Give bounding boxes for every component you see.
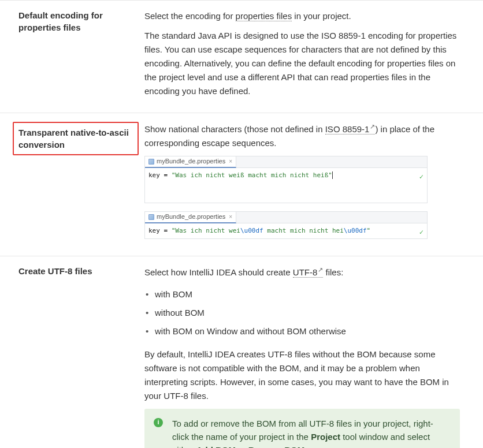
editor-body[interactable]: key = "Was ich nicht wei\u00df macht mic… xyxy=(145,223,427,238)
text: Select how IntelliJ IDEA should create xyxy=(144,267,293,277)
editor-tab-bar: myBundle_de.properties × xyxy=(145,156,427,168)
editor-tab-bar: myBundle_de.properties × xyxy=(145,212,427,223)
text: in your project. xyxy=(292,11,351,21)
editor-tab-label: myBundle_de.properties xyxy=(157,212,225,222)
row-title: Default encoding for properties files xyxy=(0,9,144,104)
properties-file-icon xyxy=(148,159,154,165)
link-text: ISO 8859-1 xyxy=(325,124,370,134)
editor-tab[interactable]: myBundle_de.properties × xyxy=(145,212,236,223)
check-icon: ✓ xyxy=(419,171,423,182)
paragraph: Select how IntelliJ IDEA should create U… xyxy=(144,265,460,279)
paragraph: Show national characters (those not defi… xyxy=(144,122,460,150)
row-create-utf8: Create UTF-8 files Select how IntelliJ I… xyxy=(0,256,483,448)
row-title: Transparent native-to-ascii conversion xyxy=(18,128,129,150)
tip-box: i To add or remove the BOM from all UTF-… xyxy=(144,409,460,448)
text: Show national characters (those not defi… xyxy=(144,124,325,134)
list-item: with BOM on Window and without BOM other… xyxy=(144,322,460,341)
code-key: key xyxy=(148,171,160,179)
utf8-options-list: with BOM without BOM with BOM on Window … xyxy=(144,285,460,341)
link-text: UTF-8 xyxy=(293,267,318,277)
code-eq: = xyxy=(160,171,172,179)
close-icon[interactable]: × xyxy=(229,157,232,166)
list-item: without BOM xyxy=(144,304,460,322)
paragraph: Select the encoding for properties files… xyxy=(144,9,460,23)
list-item: with BOM xyxy=(144,285,460,304)
properties-file-icon xyxy=(148,214,154,220)
bold-text: Remove BOM xyxy=(248,445,305,448)
code-eq: = xyxy=(160,227,172,234)
row-transparent-native-ascii: Transparent native-to-ascii conversion S… xyxy=(0,113,483,256)
code-string: "Was ich nicht wei xyxy=(172,227,240,234)
tip-text: To add or remove the BOM from all UTF-8 … xyxy=(172,417,449,448)
code-escape: \u00df xyxy=(240,227,263,234)
paragraph: By default, IntelliJ IDEA creates UTF-8 … xyxy=(144,348,460,403)
text: . xyxy=(304,445,307,448)
text: Select the encoding for xyxy=(144,11,236,21)
text-cursor xyxy=(332,171,333,179)
highlight-box: Transparent native-to-ascii conversion xyxy=(13,122,139,155)
code-string: "Was ich nicht weiß macht mich nicht hei… xyxy=(172,171,332,179)
row-default-encoding: Default encoding for properties files Se… xyxy=(0,0,483,113)
editor-tab-label: myBundle_de.properties xyxy=(157,156,225,167)
close-icon[interactable]: × xyxy=(229,212,232,222)
code-key: key xyxy=(148,227,160,234)
info-icon: i xyxy=(154,418,163,427)
editor-native-chars: myBundle_de.properties × key = "Was ich … xyxy=(144,156,428,203)
row-content: Select how IntelliJ IDEA should create U… xyxy=(144,265,483,448)
row-content: Select the encoding for properties files… xyxy=(144,9,483,104)
text: or xyxy=(236,445,248,448)
bold-text: Add BOM xyxy=(196,445,236,448)
text: files: xyxy=(323,267,343,277)
editor-tab[interactable]: myBundle_de.properties × xyxy=(145,156,236,168)
editor-escape-seq: myBundle_de.properties × key = "Was ich … xyxy=(144,211,428,239)
iso-8859-1-link[interactable]: ISO 8859-1↗ xyxy=(325,124,376,135)
external-link-icon: ↗ xyxy=(318,266,323,273)
code-string: macht mich nicht hei xyxy=(263,227,344,234)
bold-text: Project xyxy=(311,432,340,442)
paragraph: The standard Java API is designed to use… xyxy=(144,29,460,98)
check-icon: ✓ xyxy=(419,227,423,238)
editor-body[interactable]: key = "Was ich nicht weiß macht mich nic… xyxy=(145,168,427,203)
row-title: Create UTF-8 files xyxy=(0,265,144,448)
row-content: Show national characters (those not defi… xyxy=(144,122,483,247)
code-escape: \u00df xyxy=(344,227,367,234)
utf8-link[interactable]: UTF-8↗ xyxy=(293,267,324,278)
row-title-wrap: Transparent native-to-ascii conversion xyxy=(0,122,144,247)
properties-files-link[interactable]: properties files xyxy=(236,11,292,21)
code-string: " xyxy=(367,227,371,234)
